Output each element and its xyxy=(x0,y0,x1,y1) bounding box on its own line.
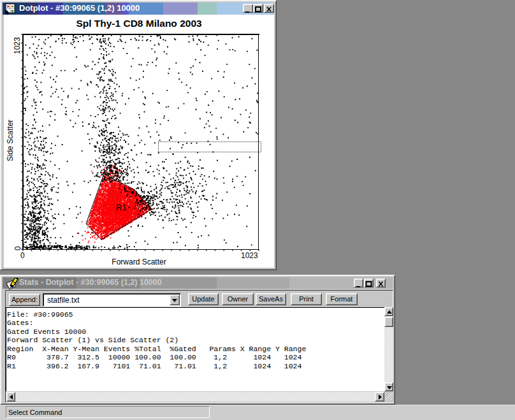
svg-text:R1: R1 xyxy=(116,203,127,212)
